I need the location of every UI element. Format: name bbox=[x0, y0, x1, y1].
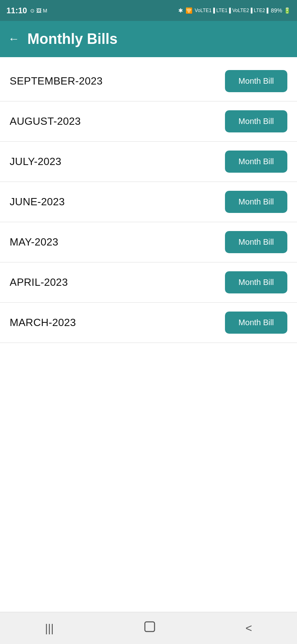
month-bill-button-september-2023[interactable]: Month Bill bbox=[225, 70, 287, 92]
month-label-september-2023: SEPTEMBER-2023 bbox=[10, 75, 103, 87]
status-bar: 11:10 ⊙ 🖼 M ✱ 🛜 VoLTE1▐ LTE1▐ VoLTE2▐ LT… bbox=[0, 0, 297, 21]
bluetooth-icon: ✱ bbox=[178, 7, 183, 14]
recent-apps-button[interactable]: ||| bbox=[45, 622, 54, 635]
back-button-nav[interactable]: < bbox=[245, 622, 252, 635]
month-bill-button-may-2023[interactable]: Month Bill bbox=[225, 231, 287, 253]
home-button[interactable] bbox=[144, 621, 156, 636]
month-label-march-2023: MARCH-2023 bbox=[10, 316, 76, 329]
bottom-nav: ||| < bbox=[0, 612, 297, 644]
month-label-july-2023: JULY-2023 bbox=[10, 155, 61, 168]
wifi-icon: 🛜 bbox=[186, 7, 192, 14]
back-button[interactable]: ← bbox=[8, 33, 19, 45]
list-item: SEPTEMBER-2023Month Bill bbox=[0, 61, 297, 101]
month-bill-button-april-2023[interactable]: Month Bill bbox=[225, 271, 287, 293]
month-label-august-2023: AUGUST-2023 bbox=[10, 115, 81, 128]
status-time: 11:10 bbox=[6, 6, 27, 15]
svg-rect-0 bbox=[145, 622, 155, 632]
battery-level: 89% 🔋 bbox=[271, 7, 291, 14]
list-item: JULY-2023Month Bill bbox=[0, 142, 297, 182]
month-label-april-2023: APRIL-2023 bbox=[10, 276, 68, 289]
month-bill-button-march-2023[interactable]: Month Bill bbox=[225, 312, 287, 334]
status-right: ✱ 🛜 VoLTE1▐ LTE1▐ VoLTE2▐ LTE2▐ 89% 🔋 bbox=[178, 7, 291, 14]
month-bill-button-august-2023[interactable]: Month Bill bbox=[225, 110, 287, 132]
empty-area bbox=[0, 370, 297, 612]
list-item: MAY-2023Month Bill bbox=[0, 222, 297, 262]
signal-info: VoLTE1▐ LTE1▐ VoLTE2▐ LTE2▐ bbox=[195, 8, 268, 13]
month-label-may-2023: MAY-2023 bbox=[10, 236, 58, 248]
status-system-icons: ⊙ 🖼 M bbox=[30, 8, 47, 14]
month-bill-button-july-2023[interactable]: Month Bill bbox=[225, 151, 287, 173]
status-left: 11:10 ⊙ 🖼 M bbox=[6, 6, 47, 15]
month-label-june-2023: JUNE-2023 bbox=[10, 196, 65, 208]
bills-list: SEPTEMBER-2023Month BillAUGUST-2023Month… bbox=[0, 57, 297, 370]
list-item: JUNE-2023Month Bill bbox=[0, 182, 297, 222]
list-item: MARCH-2023Month Bill bbox=[0, 303, 297, 343]
page-title: Monthly Bills bbox=[27, 31, 118, 47]
header: ← Monthly Bills bbox=[0, 21, 297, 57]
list-item: AUGUST-2023Month Bill bbox=[0, 101, 297, 142]
month-bill-button-june-2023[interactable]: Month Bill bbox=[225, 191, 287, 213]
list-item: APRIL-2023Month Bill bbox=[0, 262, 297, 303]
